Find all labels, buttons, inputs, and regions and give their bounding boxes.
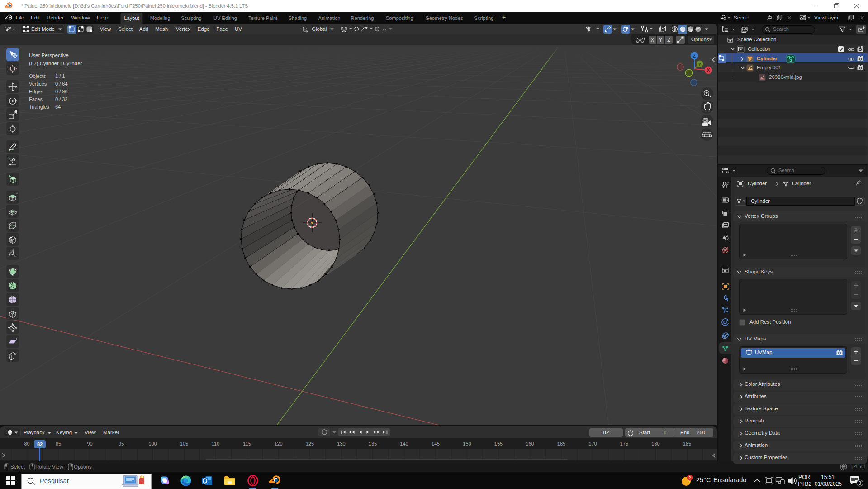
svg-text:120: 120 — [274, 441, 282, 446]
svg-text:85: 85 — [56, 441, 61, 446]
svg-text:3: 3 — [859, 481, 861, 486]
svg-text:X: X — [707, 68, 710, 73]
svg-text:110: 110 — [212, 441, 220, 446]
svg-text:185: 185 — [683, 441, 691, 446]
svg-text:160: 160 — [526, 441, 534, 446]
svg-text:125: 125 — [306, 441, 314, 446]
svg-text:175: 175 — [620, 441, 628, 446]
svg-text:2: 2 — [688, 475, 691, 480]
svg-text:135: 135 — [369, 441, 377, 446]
svg-text:150: 150 — [463, 441, 471, 446]
svg-text:80: 80 — [24, 441, 29, 446]
svg-text:105: 105 — [180, 441, 188, 446]
svg-text:130: 130 — [337, 441, 345, 446]
svg-text:165: 165 — [557, 441, 565, 446]
svg-text:155: 155 — [494, 441, 503, 446]
svg-text:Y: Y — [698, 62, 702, 67]
svg-text:115: 115 — [243, 441, 251, 446]
svg-text:140: 140 — [400, 441, 408, 446]
svg-text:145: 145 — [432, 441, 440, 446]
svg-text:90: 90 — [87, 441, 92, 446]
svg-text:180: 180 — [651, 441, 659, 446]
svg-text:Z: Z — [693, 53, 696, 58]
svg-text:95: 95 — [119, 441, 124, 446]
svg-text:100: 100 — [148, 441, 157, 446]
svg-text:170: 170 — [588, 441, 597, 446]
